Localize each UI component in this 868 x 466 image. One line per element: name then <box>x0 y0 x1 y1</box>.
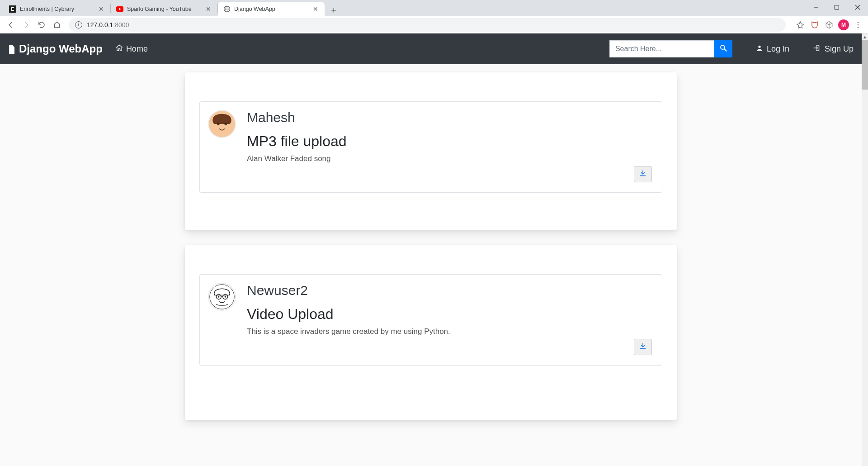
cybrary-favicon <box>9 5 16 13</box>
kebab-menu-icon[interactable] <box>853 19 863 30</box>
download-icon <box>639 170 646 179</box>
post-actions <box>247 166 652 182</box>
reload-button[interactable] <box>35 19 48 31</box>
close-icon[interactable]: ✕ <box>205 5 212 13</box>
post-username: Newuser2 <box>247 283 652 298</box>
home-icon <box>115 44 123 54</box>
svg-point-16 <box>217 123 219 125</box>
url-port: :8000 <box>113 21 129 29</box>
brand-link[interactable]: Django WebApp <box>8 43 103 55</box>
globe-favicon <box>223 5 231 13</box>
post-body: Mahesh MP3 file upload Alan Walker Faded… <box>247 110 652 182</box>
nav-home[interactable]: Home <box>115 44 148 54</box>
svg-point-14 <box>758 45 760 48</box>
post-description: This is a space invaders game created by… <box>247 327 652 336</box>
login-label: Log In <box>767 44 789 54</box>
bookmark-star-icon[interactable] <box>795 19 806 30</box>
close-window-button[interactable] <box>847 0 868 14</box>
post: Mahesh MP3 file upload Alan Walker Faded… <box>199 101 662 193</box>
search-input[interactable] <box>609 40 714 57</box>
file-icon <box>8 44 15 53</box>
brand-text: Django WebApp <box>19 43 103 55</box>
url-host: 127.0.0.1 <box>87 21 113 29</box>
maximize-button[interactable] <box>826 0 847 14</box>
toolbar-right: M <box>795 19 863 30</box>
post-actions <box>247 339 652 355</box>
content: Mahesh MP3 file upload Alan Walker Faded… <box>0 64 862 438</box>
search-button[interactable] <box>714 40 732 57</box>
post-body: Newuser2 Video Upload This is a space in… <box>247 283 652 355</box>
svg-point-17 <box>224 123 226 125</box>
signup-label: Sign Up <box>825 44 854 54</box>
download-icon <box>639 342 646 352</box>
download-button[interactable] <box>634 166 652 182</box>
search-icon <box>719 44 727 54</box>
user-icon <box>756 44 763 54</box>
svg-point-9 <box>858 22 859 23</box>
search-form <box>609 40 732 57</box>
tab-django[interactable]: Django WebApp ✕ <box>218 2 325 16</box>
post-title: MP3 file upload <box>247 133 652 150</box>
avatar <box>208 110 236 138</box>
close-icon[interactable]: ✕ <box>312 5 319 13</box>
forward-button[interactable] <box>20 19 33 31</box>
nav-home-label: Home <box>126 44 148 54</box>
window-controls <box>806 0 868 16</box>
post-card: Mahesh MP3 file upload Alan Walker Faded… <box>185 72 677 230</box>
youtube-favicon <box>116 5 123 13</box>
svg-point-11 <box>858 26 859 28</box>
login-link[interactable]: Log In <box>756 44 789 54</box>
svg-point-22 <box>218 296 219 297</box>
new-tab-button[interactable]: ＋ <box>327 4 340 16</box>
divider <box>247 130 652 130</box>
page: Django WebApp Home <box>0 33 862 466</box>
signup-link[interactable]: Sign Up <box>813 44 854 54</box>
tab-strip: Enrollments | Cybrary ✕ Sparki Gaming - … <box>0 0 868 16</box>
app-navbar: Django WebApp Home <box>0 33 862 64</box>
close-icon[interactable]: ✕ <box>98 5 105 13</box>
post-username: Mahesh <box>247 110 652 125</box>
browser-chrome: Enrollments | Cybrary ✕ Sparki Gaming - … <box>0 0 868 33</box>
download-button[interactable] <box>634 339 652 355</box>
tab-title: Django WebApp <box>234 6 308 12</box>
svg-rect-0 <box>9 5 16 13</box>
svg-point-23 <box>225 296 226 297</box>
viewport: Django WebApp Home <box>0 33 868 466</box>
post-title: Video Upload <box>247 306 652 323</box>
minimize-button[interactable] <box>806 0 826 14</box>
tab-title: Enrollments | Cybrary <box>20 6 94 12</box>
site-info-icon[interactable]: i <box>75 21 82 29</box>
url-text: 127.0.0.1:8000 <box>87 21 129 29</box>
profile-initial: M <box>841 22 846 28</box>
scrollbar-track[interactable] <box>862 33 868 466</box>
svg-line-13 <box>724 49 726 51</box>
url-bar[interactable]: i 127.0.0.1:8000 <box>69 18 786 32</box>
tab-youtube[interactable]: Sparki Gaming - YouTube ✕ <box>111 2 217 16</box>
profile-avatar[interactable]: M <box>838 19 849 30</box>
tab-cybrary[interactable]: Enrollments | Cybrary ✕ <box>4 2 110 16</box>
post-description: Alan Walker Faded song <box>247 154 652 163</box>
avatar <box>208 283 236 311</box>
post: Newuser2 Video Upload This is a space in… <box>199 274 662 366</box>
scrollbar-thumb[interactable] <box>862 40 868 90</box>
divider <box>247 303 652 303</box>
home-button[interactable] <box>51 19 63 31</box>
address-bar: i 127.0.0.1:8000 M <box>0 16 868 33</box>
tab-title: Sparki Gaming - YouTube <box>127 6 201 12</box>
mcafee-extension-icon[interactable] <box>809 19 820 30</box>
signin-icon <box>813 44 821 54</box>
svg-point-10 <box>858 24 859 25</box>
scrollbar-up-icon[interactable]: ▲ <box>862 33 868 40</box>
cube-extension-icon[interactable] <box>824 19 835 30</box>
svg-rect-6 <box>835 5 839 10</box>
back-button[interactable] <box>5 19 17 31</box>
post-card: Newuser2 Video Upload This is a space in… <box>185 245 677 420</box>
